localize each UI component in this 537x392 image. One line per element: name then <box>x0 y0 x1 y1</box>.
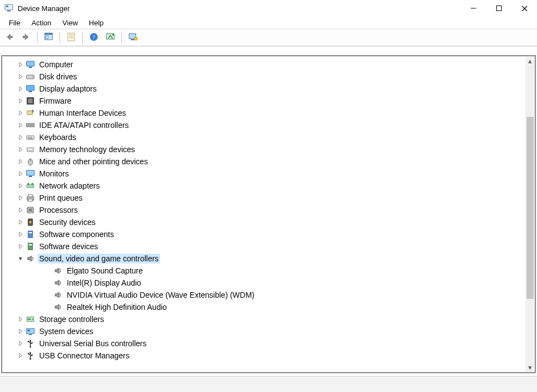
chevron-right-icon[interactable] <box>17 146 24 153</box>
computer-icon <box>25 60 35 69</box>
device-tree[interactable]: ComputerDisk drivesDisplay adaptorsFirmw… <box>2 56 525 372</box>
tree-item-label: Display adaptors <box>38 84 98 94</box>
tree-item[interactable]: Memory technology devices <box>2 143 525 155</box>
vertical-scrollbar[interactable]: ▴ ▾ <box>525 56 535 372</box>
svg-rect-69 <box>28 319 31 320</box>
speaker-icon <box>53 266 63 276</box>
tree-item[interactable]: Security devices <box>2 216 525 228</box>
console-tree-icon <box>44 32 54 44</box>
chevron-right-icon[interactable] <box>17 243 24 250</box>
tree-item[interactable]: USB Connector Managers <box>2 350 525 362</box>
help-button[interactable]: ? <box>87 30 101 45</box>
tree-item[interactable]: Computer <box>2 58 525 71</box>
content-frame: ComputerDisk drivesDisplay adaptorsFirmw… <box>1 55 536 373</box>
chevron-right-icon[interactable] <box>17 206 24 214</box>
tree-item[interactable]: Monitors <box>2 168 525 180</box>
svg-rect-39 <box>28 138 33 139</box>
svg-rect-49 <box>27 185 34 187</box>
properties-icon <box>66 32 76 44</box>
chevron-down-icon[interactable] <box>17 255 24 262</box>
mouse-icon <box>25 157 35 167</box>
chevron-right-icon[interactable] <box>17 352 24 359</box>
scroll-down-arrow-icon[interactable]: ▾ <box>525 363 535 372</box>
chevron-right-icon[interactable] <box>17 121 24 129</box>
tree-item-label: Security devices <box>38 217 97 227</box>
tree-item[interactable]: Human Interface Devices <box>2 107 525 119</box>
chevron-right-icon[interactable] <box>17 97 24 105</box>
tree-item[interactable]: Realtek High Definition Audio <box>2 301 525 313</box>
chevron-right-icon[interactable] <box>17 327 24 335</box>
chevron-right-icon[interactable] <box>17 170 24 178</box>
tree-item-label: System devices <box>38 326 95 336</box>
toolbar-separator <box>82 32 83 43</box>
tree-item[interactable]: Storage controllers <box>2 313 525 325</box>
tree-item[interactable]: Processors <box>2 204 525 216</box>
properties-button[interactable] <box>64 30 78 45</box>
svg-rect-65 <box>28 243 33 250</box>
chevron-right-icon[interactable] <box>17 218 24 226</box>
maximize-button[interactable] <box>486 0 512 17</box>
svg-rect-44 <box>33 151 33 152</box>
chevron-right-icon[interactable] <box>17 182 24 190</box>
tree-item[interactable]: Elgato Sound Capture <box>2 265 525 277</box>
chevron-right-icon[interactable] <box>17 85 24 93</box>
tree-item[interactable]: Display adaptors <box>2 83 525 95</box>
chevron-right-icon[interactable] <box>17 61 24 68</box>
tree-item[interactable]: IDE ATA/ATAPI controllers <box>2 119 525 131</box>
tree-item-label: IDE ATA/ATAPI controllers <box>38 120 130 130</box>
tree-item[interactable]: Print queues <box>2 192 525 204</box>
chevron-right-icon[interactable] <box>17 230 24 238</box>
monitor-icon <box>128 32 138 44</box>
tree-item[interactable]: Keyboards <box>2 131 525 143</box>
show-hide-tree-button[interactable] <box>41 30 56 45</box>
tree-item[interactable]: Universal Serial Bus controllers <box>2 337 525 350</box>
svg-marker-81 <box>31 354 33 356</box>
chevron-right-icon[interactable] <box>17 340 24 347</box>
chevron-right-icon[interactable] <box>17 194 24 202</box>
scroll-up-arrow-icon[interactable]: ▴ <box>525 56 535 66</box>
svg-rect-11 <box>46 36 48 39</box>
svg-rect-8 <box>23 36 25 38</box>
svg-rect-51 <box>31 183 33 185</box>
tree-item[interactable]: Network adapters <box>2 180 525 192</box>
tree-item[interactable]: Software devices <box>2 240 525 253</box>
chevron-right-icon[interactable] <box>17 315 24 323</box>
menu-bar: FileActionViewHelp <box>0 17 537 29</box>
scroll-thumb[interactable] <box>527 117 534 299</box>
svg-rect-10 <box>45 33 52 35</box>
menu-help[interactable]: Help <box>83 17 109 29</box>
tree-item-label: Storage controllers <box>38 314 106 324</box>
tree-item[interactable]: System devices <box>2 325 525 337</box>
scan-hardware-button[interactable] <box>103 30 118 45</box>
tree-item-label: Elgato Sound Capture <box>65 266 145 276</box>
close-button[interactable] <box>512 0 537 17</box>
tree-item-label: Human Interface Devices <box>38 108 127 118</box>
menu-action[interactable]: Action <box>26 17 57 29</box>
tree-item[interactable]: Software components <box>2 228 525 240</box>
svg-rect-54 <box>28 199 33 201</box>
tree-item[interactable]: NVIDIA Virtual Audio Device (Wave Extens… <box>2 289 525 301</box>
tree-item[interactable]: Disk drives <box>2 71 525 83</box>
chevron-right-icon[interactable] <box>17 109 24 117</box>
menu-view[interactable]: View <box>57 17 83 29</box>
app-icon <box>4 4 13 13</box>
tree-item[interactable]: Sound, video and game controllers <box>2 253 525 265</box>
svg-point-82 <box>30 358 31 360</box>
svg-rect-36 <box>28 137 29 138</box>
tree-item[interactable]: Mice and other pointing devices <box>2 155 525 168</box>
window-title: Device Manager <box>18 4 70 13</box>
usb-icon <box>25 339 35 348</box>
chevron-right-icon[interactable] <box>17 73 24 80</box>
monitor-button[interactable] <box>126 30 140 45</box>
tree-item[interactable]: Intel(R) Display Audio <box>2 277 525 289</box>
forward-button[interactable] <box>19 30 33 45</box>
chevron-right-icon[interactable] <box>17 133 24 141</box>
tree-item[interactable]: Firmware <box>2 95 525 107</box>
back-button[interactable] <box>2 30 17 45</box>
menu-file[interactable]: File <box>3 17 26 29</box>
svg-rect-66 <box>29 244 32 245</box>
tree-item-label: Software devices <box>38 241 100 251</box>
minimize-button[interactable] <box>461 0 486 17</box>
svg-rect-42 <box>29 151 30 152</box>
chevron-right-icon[interactable] <box>17 158 24 165</box>
